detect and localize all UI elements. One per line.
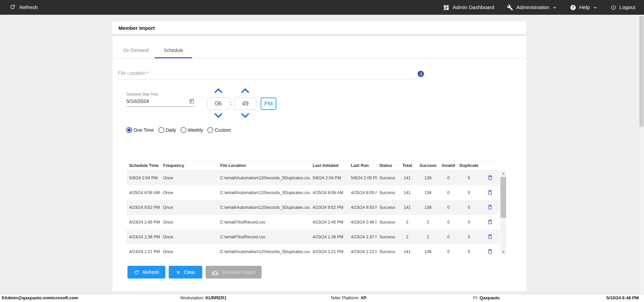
cell-last-initiated: 4/23/24 1:36 PM (310, 235, 348, 239)
cell-invalid: 0 (439, 220, 458, 225)
table-scrollbar-thumb[interactable] (500, 177, 506, 218)
cell-actions (480, 233, 500, 241)
page-scrollbar-thumb[interactable] (639, 16, 644, 127)
cell-frequency: Once (160, 235, 217, 239)
cell-invalid: 0 (439, 176, 458, 180)
administration-label: Administration (516, 4, 549, 10)
refresh-button-label: Refresh (143, 269, 159, 275)
column-header-success: Success (417, 163, 439, 168)
schedule-date-input[interactable] (126, 98, 177, 104)
column-header-file-location: File Location (217, 163, 310, 168)
delete-row-button[interactable] (486, 248, 494, 256)
cell-last-initiated: 4/23/24 1:21 PM (310, 249, 348, 254)
radio-button-icon[interactable] (180, 127, 186, 133)
radio-one-time[interactable]: One Time (126, 127, 154, 133)
topbar-refresh-label: Refresh (19, 4, 38, 10)
radio-button-icon[interactable] (158, 127, 164, 133)
logout-label: Logout (620, 4, 635, 10)
clear-button[interactable]: Clear (169, 266, 202, 279)
cell-total: 141 (397, 249, 417, 254)
cell-status: Success (377, 205, 397, 210)
cell-actions (480, 189, 500, 197)
cell-last-run: 4/23/24 9:53 PM (348, 205, 377, 210)
cell-total: 2 (397, 235, 417, 239)
column-header-last-initiated: Last Initiated (310, 163, 348, 168)
page-scrollbar[interactable] (639, 15, 644, 294)
cell-last-run: 4/23/24 1:22 PM (348, 249, 377, 254)
cell-schedule-time: 4/23/24 2:45 PM (126, 220, 160, 225)
frequency-radio-group: One Time Daily Weekly Custom (126, 127, 231, 133)
radio-weekly[interactable]: Weekly (180, 127, 203, 133)
action-buttons: Refresh Clear Schedule Import (127, 266, 262, 279)
table-scrollbar[interactable] (500, 171, 506, 255)
chevron-down-icon (552, 5, 557, 10)
logout-menu-item[interactable]: Logout (610, 4, 635, 10)
hour-input[interactable]: 06 (207, 97, 229, 110)
tab-on-demand[interactable]: On Demand (117, 42, 155, 58)
admin-dashboard-label: Admin Dashboard (452, 4, 494, 10)
cell-schedule-time: 4/23/24 1:36 PM (126, 235, 160, 239)
cell-duplicate: 0 (458, 235, 480, 239)
scroll-down-button[interactable] (500, 249, 506, 255)
column-header-status: Status (377, 163, 397, 168)
cell-file-location: C:\email\Automation\120records_5Dupicate… (217, 205, 310, 210)
delete-row-button[interactable] (486, 233, 494, 241)
cell-frequency: Once (160, 190, 217, 195)
cell-actions (480, 203, 500, 212)
cell-duplicate: 5 (458, 205, 480, 210)
cell-success: 136 (417, 205, 439, 210)
delete-row-button[interactable] (486, 189, 494, 197)
fi-label: FI: (473, 295, 480, 300)
hour-increment-button[interactable] (214, 87, 223, 94)
cell-total: 141 (397, 190, 417, 195)
delete-row-button[interactable] (486, 203, 494, 212)
clear-button-label: Clear (184, 269, 195, 275)
refresh-icon (134, 269, 140, 275)
tab-schedule[interactable]: Schedule (155, 42, 192, 58)
calendar-icon[interactable] (189, 98, 195, 104)
minute-decrement-button[interactable] (241, 113, 250, 119)
column-header-schedule-time: Schedule Time (126, 163, 160, 168)
radio-daily[interactable]: Daily (158, 127, 176, 133)
topbar-refresh-button[interactable]: Refresh (0, 4, 38, 11)
radio-one-time-label: One Time (133, 127, 154, 133)
schedule-import-button[interactable]: Schedule Import (206, 266, 262, 279)
admin-dashboard-menu-item[interactable]: Admin Dashboard (443, 4, 494, 11)
cell-invalid: 0 (439, 205, 458, 210)
radio-button-icon[interactable] (207, 127, 213, 133)
refresh-button[interactable]: Refresh (127, 266, 165, 279)
delete-row-button[interactable] (486, 218, 494, 227)
schedule-table: Schedule Time Frequency File Location La… (126, 160, 500, 259)
scroll-up-button[interactable] (500, 171, 506, 176)
cell-status: Success (377, 176, 397, 180)
cell-schedule-time: 5/6/24 2:04 PM (126, 176, 160, 180)
radio-custom[interactable]: Custom (207, 127, 231, 133)
cell-success: 136 (417, 190, 439, 195)
radio-button-icon[interactable] (126, 127, 132, 133)
page-title-card: Member Import (112, 21, 527, 34)
cloud-upload-icon (212, 269, 219, 275)
page-title: Member Import (118, 25, 155, 31)
help-menu-item[interactable]: ? Help (570, 4, 598, 11)
info-icon[interactable]: i (418, 71, 424, 77)
am-pm-toggle[interactable]: PM (261, 98, 276, 110)
trash-icon (487, 219, 493, 226)
file-location-input[interactable] (117, 68, 418, 79)
cell-status: Success (377, 235, 397, 239)
cell-duplicate: 5 (458, 176, 480, 180)
cell-status: Success (377, 220, 397, 225)
delete-row-button[interactable] (486, 174, 494, 182)
schedule-date-field: Schedule Date Time (126, 92, 195, 107)
minute-input[interactable]: 49 (234, 97, 256, 110)
minute-increment-button[interactable] (241, 87, 250, 94)
hour-decrement-button[interactable] (214, 113, 223, 119)
triangle-up-icon (502, 173, 505, 174)
administration-menu-item[interactable]: Administration (507, 4, 557, 11)
dashboard-icon (443, 4, 449, 11)
cell-total: 141 (397, 176, 417, 180)
cell-success: 2 (417, 220, 439, 225)
cell-frequency: Once (160, 205, 217, 210)
cell-invalid: 0 (439, 235, 458, 239)
cell-frequency: Once (160, 220, 217, 225)
schedule-import-button-label: Schedule Import (222, 269, 256, 275)
